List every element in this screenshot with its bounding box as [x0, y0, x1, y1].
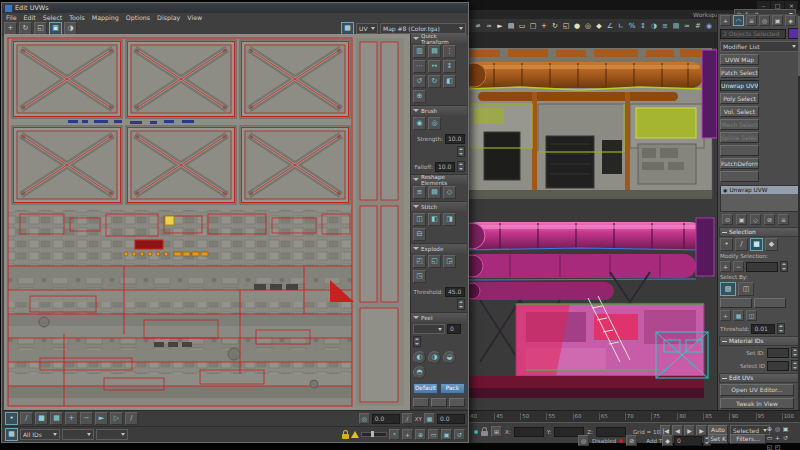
rotate-cw-icon[interactable]: ↻ — [428, 75, 441, 88]
viewport[interactable] — [460, 32, 717, 410]
flatten-by-smoothing-icon[interactable]: ◲ — [443, 255, 456, 268]
align-horizontal-icon[interactable]: ▥ — [413, 45, 426, 58]
scale-tool-icon[interactable]: ◱ — [34, 22, 47, 35]
modifier-button[interactable] — [720, 171, 759, 182]
polygon-subobject-icon[interactable]: ■ — [750, 238, 763, 251]
zoom-extents-icon[interactable]: ▣ — [782, 424, 789, 432]
paint-move-brush-icon[interactable]: ◉ — [413, 117, 426, 130]
space-horizontal-icon[interactable]: ↔ — [428, 60, 441, 73]
peel-mode-icon[interactable]: ◑ — [428, 351, 441, 364]
grid-xy-icon[interactable]: ▦ — [733, 310, 744, 321]
element-mode-icon[interactable]: ▦ — [50, 412, 63, 425]
polygon-mode-icon[interactable]: ■ — [35, 412, 48, 425]
pivot-center-icon[interactable]: ◎ — [583, 21, 593, 31]
rollout-edit-uvs[interactable]: Edit UVs — [719, 373, 800, 383]
reshape-header[interactable]: Reshape Elements — [411, 175, 467, 184]
freeform-pencil-icon[interactable]: ∕ — [125, 412, 138, 425]
peel-header[interactable]: Peel — [411, 313, 467, 322]
select-object-icon[interactable]: ► — [495, 21, 505, 31]
stitch-source-icon[interactable]: ◧ — [428, 213, 441, 226]
pan-icon[interactable]: + — [402, 429, 413, 440]
break-by-smoothing-icon[interactable]: ◰ — [413, 255, 426, 268]
space-vertical-icon[interactable]: ↕ — [443, 60, 456, 73]
pin-stack-icon[interactable]: ⊙ — [722, 214, 733, 225]
modifier-button[interactable]: Mesh Select — [720, 119, 759, 130]
mirror-icon[interactable]: ◑ — [649, 21, 659, 31]
maximize-viewport-icon[interactable]: ◱ — [766, 442, 773, 450]
rotate-tool-icon[interactable]: ↻ — [19, 22, 32, 35]
filter-warning-icon[interactable] — [351, 431, 359, 438]
straighten-selection-icon[interactable]: ≡ — [413, 186, 426, 199]
snaps-toggle-icon[interactable]: ∠ — [605, 21, 615, 31]
edge-mode-icon[interactable]: ∕ — [20, 412, 33, 425]
menu-item[interactable]: File — [6, 14, 17, 21]
peel-extra-button[interactable] — [449, 398, 465, 407]
modifier-stack[interactable]: ◉ Unwrap UVW — [720, 185, 799, 212]
peel-extra-button[interactable] — [431, 398, 447, 407]
stitch-header[interactable]: Stitch — [411, 202, 467, 211]
relax-until-flat-icon[interactable]: ▤ — [428, 186, 441, 199]
threshold-spinner[interactable] — [777, 323, 785, 334]
vertex-subobject-icon[interactable]: • — [720, 238, 733, 251]
falloff-spinner[interactable] — [457, 161, 465, 172]
align-pivot-icon[interactable]: ⊕ — [413, 90, 426, 103]
select-id-field[interactable] — [767, 361, 789, 371]
menu-item[interactable]: Display — [157, 14, 180, 21]
soft-selection-field[interactable]: 0.0 — [372, 414, 400, 424]
minimize-button[interactable]: – — [757, 1, 770, 9]
paint-select-icon[interactable]: ▷ — [110, 412, 123, 425]
align-vertical-icon[interactable]: ▤ — [428, 45, 441, 58]
select-by-slot-button[interactable] — [754, 298, 786, 308]
hierarchy-tab[interactable]: ≡ — [746, 15, 757, 26]
quick-peel-icon[interactable]: ◐ — [413, 351, 426, 364]
modifier-list-dropdown[interactable]: Modifier List — [720, 41, 799, 52]
stitch-custom-icon[interactable]: ◫ — [413, 213, 426, 226]
create-tab[interactable]: + — [720, 15, 731, 26]
menu-item[interactable]: Options — [126, 14, 150, 21]
modifier-button[interactable]: Patch Select — [720, 67, 759, 78]
strength-field[interactable]: 10.0 — [445, 134, 465, 144]
peel-mode-dropdown[interactable] — [413, 324, 445, 334]
ignore-backfacing-icon[interactable]: ▨ — [720, 282, 736, 296]
show-end-result-icon[interactable]: ▣ — [736, 214, 747, 225]
menu-item[interactable]: Mapping — [92, 14, 119, 21]
uv-canvas[interactable] — [4, 34, 410, 410]
bind-spacewarp-icon[interactable]: ≈ — [484, 21, 494, 31]
align-icon[interactable]: ≡ — [660, 21, 670, 31]
key-filters-button[interactable]: Filters... — [730, 434, 766, 444]
utilities-tab[interactable]: ◈ — [785, 15, 796, 26]
loop-spinner[interactable] — [780, 261, 788, 272]
rotate-ccw-icon[interactable]: ↺ — [413, 75, 426, 88]
explode-header[interactable]: Explode — [411, 244, 467, 253]
remove-modifier-icon[interactable]: ⊘ — [764, 214, 775, 225]
set-key-button[interactable]: Set K — [708, 434, 728, 444]
freeform-mode-icon[interactable]: ▣ — [49, 22, 62, 35]
quick-transform-header[interactable]: Quick Transform — [411, 34, 467, 43]
motion-tab[interactable]: ◎ — [759, 15, 770, 26]
peel-spinner[interactable] — [413, 336, 421, 347]
select-scale-icon[interactable]: ◱ — [561, 21, 571, 31]
align-to-edge-icon[interactable]: ◧ — [443, 75, 456, 88]
zoom-region-icon[interactable]: ▭ — [766, 433, 773, 441]
modifier-button[interactable]: Vol. Select — [720, 106, 759, 117]
show-map-icon[interactable]: ▦ — [341, 22, 354, 35]
make-unique-icon[interactable]: ◇ — [750, 214, 761, 225]
material-editor-icon[interactable]: ◉ — [704, 21, 714, 31]
pan-icon[interactable]: + — [774, 433, 781, 441]
display-tab[interactable]: ▣ — [772, 15, 783, 26]
menu-item[interactable]: Edit — [24, 14, 36, 21]
brush-header[interactable]: Brush — [411, 106, 467, 115]
threshold-field[interactable]: 0.01 — [751, 324, 775, 334]
peel-pack-button[interactable]: Pack — [440, 383, 465, 394]
selection-lock-icon[interactable] — [481, 431, 488, 436]
falloff-field[interactable]: 10.0 — [435, 162, 455, 172]
edge-subobject-icon[interactable]: ∕ — [735, 238, 748, 251]
falloff-type-icon[interactable]: ∕ — [402, 413, 413, 424]
open-uv-editor-button[interactable]: Open UV Editor... — [720, 384, 794, 396]
linear-align-h-icon[interactable]: ⋮ — [443, 45, 456, 58]
edit-uvws-titlebar[interactable]: Edit UVWs — [2, 3, 468, 13]
zoom-icon[interactable]: ⊕ — [415, 429, 426, 440]
vertex-mode-icon[interactable]: • — [5, 412, 18, 425]
plus-xy-icon[interactable]: + — [720, 310, 731, 321]
x-field[interactable] — [514, 427, 544, 437]
